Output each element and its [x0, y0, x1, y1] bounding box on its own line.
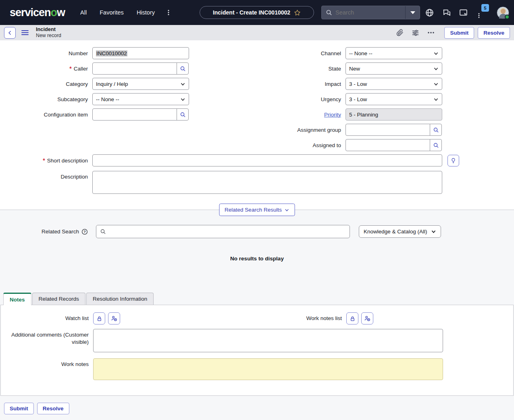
top-nav: servicenow All Favorites History Inciden…: [0, 0, 514, 25]
form-footer-actions: Submit Resolve: [4, 403, 69, 414]
additional-comments-label: Additional comments (Customer visible): [1, 329, 89, 345]
assignment-group-lookup-button[interactable]: [430, 124, 442, 136]
favorite-star-icon[interactable]: [294, 9, 301, 16]
kebab-icon: [477, 12, 483, 19]
watch-list-label: Watch list: [1, 315, 89, 322]
notifications-more[interactable]: 5: [476, 6, 488, 19]
category-label: Category: [0, 81, 88, 87]
caller-field[interactable]: [96, 66, 173, 72]
category-select[interactable]: Inquiry / Help: [92, 78, 189, 90]
related-search-row: Related Search ? Knowledge & Catalog (Al…: [0, 225, 514, 238]
configuration-item-field[interactable]: [96, 112, 173, 118]
more-actions-icon[interactable]: [427, 29, 435, 36]
assignment-group-label: Assignment group: [253, 127, 341, 133]
number-label: Number: [0, 50, 88, 56]
chevron-down-icon: [180, 81, 185, 87]
form-tabs: Notes Related Records Resolution Informa…: [3, 293, 154, 305]
chevron-down-icon: [180, 97, 185, 102]
tab-resolution-information[interactable]: Resolution Information: [86, 293, 154, 305]
footer-submit-button[interactable]: Submit: [4, 403, 34, 414]
resolve-button[interactable]: Resolve: [478, 27, 510, 39]
globe-icon[interactable]: [425, 8, 434, 17]
configuration-item-lookup-button[interactable]: [177, 108, 189, 121]
notes-panel: Watch list Work notes list Additional co…: [0, 305, 514, 396]
presence-status-dot: [505, 15, 510, 19]
state-select[interactable]: New: [345, 62, 442, 75]
number-value: INC0010002: [96, 50, 127, 56]
description-label: Description: [0, 171, 88, 180]
work-notes-list-lock-button[interactable]: [346, 312, 358, 324]
record-header: Incident New record Submit Resolve: [0, 25, 514, 40]
short-description-field[interactable]: [96, 158, 439, 164]
work-notes-field[interactable]: [93, 358, 443, 380]
nav-item-favorites[interactable]: Favorites: [100, 9, 124, 16]
required-icon: *: [43, 157, 45, 164]
chat-icon[interactable]: [442, 8, 451, 17]
watch-list-lock-button[interactable]: [93, 312, 105, 324]
priority-field-readonly: 5 - Planning: [345, 108, 442, 121]
state-label: State: [253, 66, 341, 72]
additional-comments-field[interactable]: [93, 329, 443, 352]
required-icon: *: [69, 65, 71, 72]
suggestion-lightbulb-button[interactable]: [447, 155, 459, 166]
chevron-down-icon: [433, 51, 439, 56]
attachment-icon[interactable]: [396, 29, 404, 36]
caller-lookup-button[interactable]: [177, 62, 189, 75]
search-scope-dropdown[interactable]: [405, 6, 420, 19]
search-icon: [326, 9, 332, 16]
related-search-input[interactable]: [109, 229, 346, 235]
record-subtitle: New record: [36, 33, 61, 39]
tab-related-records[interactable]: Related Records: [32, 293, 86, 305]
workspace-icon[interactable]: [459, 8, 468, 17]
related-search-box: [96, 225, 350, 238]
search-source-dropdown[interactable]: Knowledge & Catalog (All): [359, 225, 441, 238]
nav-menu: All Favorites History: [80, 9, 155, 16]
submit-button[interactable]: Submit: [444, 27, 474, 39]
chevron-down-icon: [433, 97, 439, 102]
assigned-to-lookup-button[interactable]: [430, 139, 442, 151]
related-search-label: Related Search: [0, 229, 79, 235]
caller-label: *Caller: [0, 65, 88, 72]
nav-item-history[interactable]: History: [137, 9, 155, 16]
nav-more-icon[interactable]: [165, 9, 172, 16]
watch-list-add-person-button[interactable]: [108, 312, 120, 324]
impact-select[interactable]: 3 - Low: [345, 78, 442, 90]
assigned-to-label: Assigned to: [253, 142, 341, 148]
assignment-group-field[interactable]: [349, 127, 427, 133]
configuration-item-label: Configuration item: [0, 112, 88, 118]
priority-link[interactable]: Priority: [324, 112, 341, 118]
work-notes-list-add-person-button[interactable]: [361, 312, 373, 324]
search-icon: [100, 229, 106, 235]
description-field[interactable]: [92, 171, 442, 194]
subcategory-select[interactable]: -- None --: [92, 93, 189, 105]
assigned-to-field[interactable]: [349, 142, 427, 148]
urgency-label: Urgency: [253, 96, 341, 102]
impact-label: Impact: [253, 81, 341, 87]
tab-notes[interactable]: Notes: [3, 293, 31, 305]
help-icon[interactable]: ?: [81, 229, 88, 235]
back-button[interactable]: [4, 27, 16, 39]
number-field[interactable]: INC0010002: [92, 47, 189, 59]
servicenow-logo[interactable]: servicenow: [10, 6, 65, 19]
channel-select[interactable]: -- None --: [345, 47, 442, 59]
context-record-pill[interactable]: Incident - Create INC0010002: [200, 6, 314, 19]
user-avatar[interactable]: [497, 6, 509, 19]
work-notes-label: Work notes: [1, 358, 89, 368]
footer-resolve-button[interactable]: Resolve: [37, 403, 69, 414]
record-header-actions: Submit Resolve: [396, 27, 510, 39]
form-context-menu-icon[interactable]: [21, 30, 29, 35]
channel-label: Channel: [253, 50, 341, 56]
urgency-select[interactable]: 3 - Low: [345, 93, 442, 105]
work-notes-list-label: Work notes list: [254, 315, 342, 322]
related-search-results-toggle[interactable]: Related Search Results: [219, 204, 295, 216]
record-titles: Incident New record: [36, 26, 61, 39]
context-pill-label: Incident - Create INC0010002: [213, 9, 290, 16]
nav-item-all[interactable]: All: [80, 9, 87, 16]
chevron-down-icon: [433, 66, 439, 71]
global-search-input[interactable]: [335, 9, 405, 16]
personalize-form-icon[interactable]: [412, 29, 419, 37]
incident-form: Number INC0010002 *Caller Category Inqui…: [0, 40, 514, 210]
priority-label: Priority: [253, 112, 341, 118]
related-search-section: Related Search Results Related Search ? …: [0, 210, 514, 289]
short-description-label: *Short description: [0, 157, 88, 164]
